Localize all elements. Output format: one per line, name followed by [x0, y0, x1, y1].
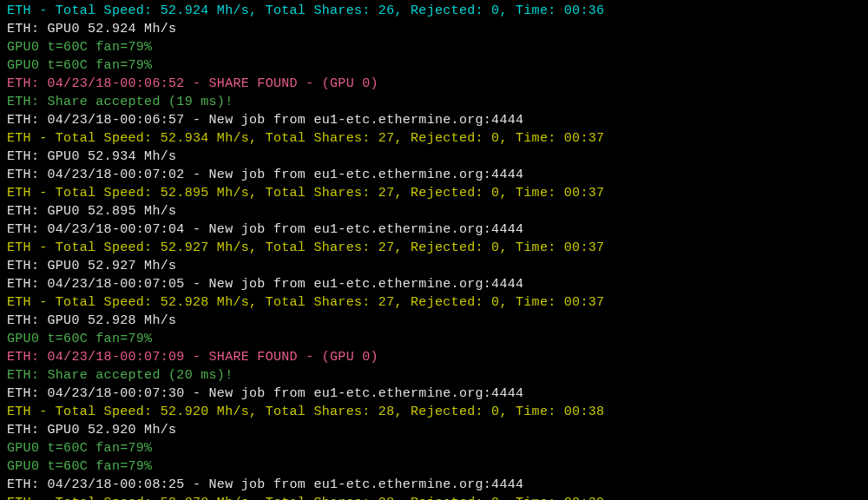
- log-line: ETH: GPU0 52.920 Mh/s: [7, 421, 861, 439]
- log-line: ETH: 04/23/18-00:06:52 - SHARE FOUND - (…: [7, 75, 861, 93]
- log-lines-container: ETH - Total Speed: 52.924 Mh/s, Total Sh…: [7, 2, 861, 500]
- log-line: ETH - Total Speed: 52.928 Mh/s, Total Sh…: [7, 293, 861, 312]
- log-line: ETH: 04/23/18-00:07:02 - New job from eu…: [7, 166, 861, 184]
- log-line: GPU0 t=60C fan=79%: [7, 330, 861, 348]
- log-line: ETH: 04/23/18-00:07:04 - New job from eu…: [7, 220, 861, 239]
- log-line: GPU0 t=60C fan=79%: [7, 439, 861, 457]
- log-line: ETH: GPU0 52.928 Mh/s: [7, 312, 861, 330]
- log-line: ETH: 04/23/18-00:08:25 - New job from eu…: [7, 476, 861, 494]
- log-line: ETH - Total Speed: 52.878 Mh/s, Total Sh…: [7, 494, 861, 500]
- log-line: ETH - Total Speed: 52.924 Mh/s, Total Sh…: [7, 2, 861, 20]
- log-line: ETH - Total Speed: 52.895 Mh/s, Total Sh…: [7, 184, 861, 202]
- log-line: ETH: GPU0 52.934 Mh/s: [7, 148, 861, 166]
- log-line: GPU0 t=60C fan=79%: [7, 457, 861, 476]
- log-line: ETH: 04/23/18-00:07:30 - New job from eu…: [7, 385, 861, 403]
- log-line: ETH: GPU0 52.927 Mh/s: [7, 257, 861, 275]
- log-line: ETH - Total Speed: 52.934 Mh/s, Total Sh…: [7, 129, 861, 148]
- log-line: ETH: GPU0 52.924 Mh/s: [7, 20, 861, 38]
- log-line: ETH: Share accepted (20 ms)!: [7, 366, 861, 385]
- log-line: GPU0 t=60C fan=79%: [7, 56, 861, 75]
- log-line: ETH: 04/23/18-00:06:57 - New job from eu…: [7, 111, 861, 129]
- log-line: ETH - Total Speed: 52.927 Mh/s, Total Sh…: [7, 239, 861, 257]
- terminal-output: ETH - Total Speed: 52.924 Mh/s, Total Sh…: [0, 0, 868, 500]
- log-line: ETH: Share accepted (19 ms)!: [7, 93, 861, 111]
- log-line: ETH: GPU0 52.895 Mh/s: [7, 202, 861, 220]
- log-line: ETH: 04/23/18-00:07:09 - SHARE FOUND - (…: [7, 348, 861, 366]
- log-line: ETH - Total Speed: 52.920 Mh/s, Total Sh…: [7, 403, 861, 421]
- log-line: ETH: 04/23/18-00:07:05 - New job from eu…: [7, 275, 861, 293]
- log-line: GPU0 t=60C fan=79%: [7, 38, 861, 56]
